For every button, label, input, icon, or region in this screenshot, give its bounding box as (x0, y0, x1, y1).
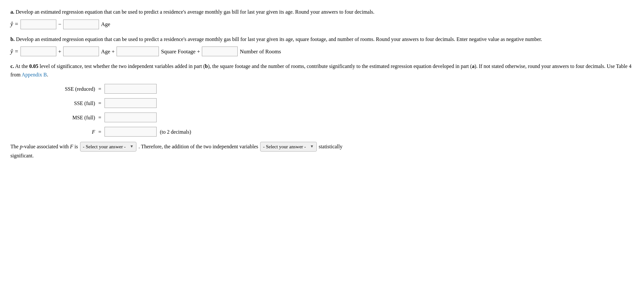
select-answer-1-wrapper[interactable]: - Select your answer - less than .01 bet… (80, 142, 137, 152)
f-suffix: (to 2 decimals) (160, 128, 191, 136)
part-c-text3: ), the square footage and the number of … (208, 63, 472, 69)
select-answer-2-wrapper[interactable]: - Select your answer - is is not ▼ (260, 142, 317, 152)
part-c-text1: At the (14, 63, 29, 69)
f-row: F = (to 2 decimals) (30, 127, 634, 137)
sse-full-equals: = (98, 99, 101, 108)
part-b-equation: ŷ = + Age + Square Footage + Number of R… (10, 47, 634, 56)
sse-full-input[interactable] (105, 98, 157, 108)
mse-full-label: MSE (full) (30, 114, 95, 122)
part-a-equation: ŷ = − Age (10, 20, 634, 29)
sse-reduced-equals: = (98, 85, 101, 93)
part-c-significance: 0.05 (29, 63, 38, 69)
part-b-yhat: ŷ = (10, 47, 19, 56)
part-c-section: c. At the 0.05 level of significance, te… (10, 62, 634, 160)
part-b-section: b. Develop an estimated regression equat… (10, 35, 634, 57)
part-b-rooms-label: Number of Rooms (240, 47, 281, 56)
part-a-operator1: − (58, 20, 62, 29)
part-a-yhat: ŷ = (10, 20, 19, 29)
select-answer-1[interactable]: - Select your answer - less than .01 bet… (83, 144, 127, 149)
part-c-description: c. At the 0.05 level of significance, te… (10, 62, 634, 79)
mse-full-row: MSE (full) = (30, 113, 634, 122)
pvalue-significant-line: significant. (10, 152, 634, 160)
sse-reduced-label: SSE (reduced) (30, 85, 95, 93)
formula-block: SSE (reduced) = SSE (full) = MSE (full) … (30, 84, 634, 137)
pvalue-text6: significant. (10, 153, 34, 158)
part-a-input2[interactable] (63, 20, 99, 29)
pvalue-text5: statistically (319, 142, 343, 152)
part-c-text2: level of significance, test whether the … (38, 63, 205, 69)
pvalue-p-italic: p (20, 144, 22, 149)
mse-full-equals: = (98, 114, 101, 122)
part-a-label: a. (10, 9, 14, 15)
f-equals: = (98, 128, 101, 136)
pvalue-text1: The p-value associated with F is (10, 142, 78, 152)
f-input[interactable] (105, 127, 157, 137)
part-a-input1[interactable] (21, 20, 56, 29)
part-c-label: c. (10, 63, 14, 69)
sse-full-row: SSE (full) = (30, 98, 634, 108)
part-c-bold-b: b (205, 63, 208, 69)
part-b-label: b. (10, 36, 15, 42)
select1-chevron-icon: ▼ (130, 143, 134, 150)
part-b-text: Develop an estimated regression equation… (15, 36, 542, 42)
pvalue-text4: . Therefore, the addition of the two ind… (138, 142, 258, 152)
part-a-description: a. Develop an estimated regression equat… (10, 8, 634, 16)
part-b-input1[interactable] (21, 47, 56, 56)
select-answer-2[interactable]: - Select your answer - is is not (263, 144, 307, 149)
pvalue-row: The p-value associated with F is - Selec… (10, 142, 634, 152)
appendix-b-link[interactable]: Appendix B (21, 72, 47, 77)
pvalue-f-italic: F (70, 144, 73, 149)
sse-full-label: SSE (full) (30, 99, 95, 108)
part-b-input4[interactable] (202, 47, 238, 56)
part-b-input3[interactable] (117, 47, 159, 56)
part-a-text: Develop an estimated regression equation… (14, 9, 374, 15)
part-b-description: b. Develop an estimated regression equat… (10, 35, 634, 44)
part-a-age-label: Age (101, 20, 110, 29)
part-b-operator1: + (58, 47, 62, 56)
part-b-age-label: Age + (101, 47, 115, 56)
part-b-input2[interactable] (63, 47, 99, 56)
f-label: F (30, 128, 95, 136)
mse-full-input[interactable] (105, 113, 157, 122)
sse-reduced-input[interactable] (105, 84, 157, 94)
part-a-section: a. Develop an estimated regression equat… (10, 8, 634, 29)
sse-reduced-row: SSE (reduced) = (30, 84, 634, 94)
select2-chevron-icon: ▼ (310, 143, 314, 150)
part-b-sqft-label: Square Footage + (161, 47, 200, 56)
